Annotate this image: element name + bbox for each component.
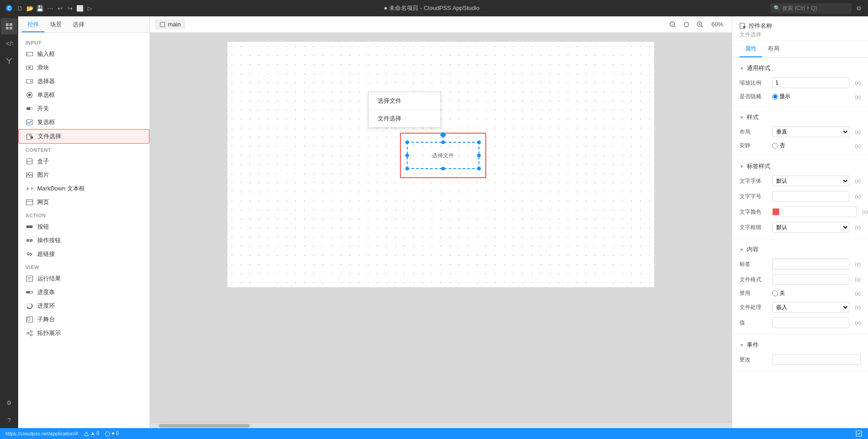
font-weight-select[interactable]: 默认 <box>772 222 849 233</box>
right-tab-properties[interactable]: 属性 <box>740 41 762 57</box>
canvas-surface[interactable]: 选择文件 文件选择 选 <box>227 42 654 287</box>
handle-diamond[interactable] <box>440 132 446 138</box>
handle-ml[interactable] <box>405 154 409 157</box>
font-family-x[interactable]: (x) <box>855 178 861 184</box>
component-selector[interactable]: 选择器 <box>18 75 149 88</box>
new-file-icon[interactable]: 🗋 <box>16 5 24 12</box>
component-markdown[interactable]: # MD MarkDown 文本框 <box>18 182 149 195</box>
sidebar-nav-code[interactable]: </> <box>1 35 17 52</box>
font-color-value[interactable] <box>772 206 857 217</box>
handle-bc[interactable] <box>441 167 445 170</box>
tag-input[interactable] <box>772 259 849 269</box>
tab-scenes[interactable]: 场景 <box>44 18 67 32</box>
run-icon[interactable]: ▷ <box>86 5 94 12</box>
layout-select[interactable]: 垂直 水平 <box>772 126 849 137</box>
component-run-result[interactable]: 运行结果 <box>18 272 149 285</box>
section-label-style-header[interactable]: ▼ 标签样式 <box>732 160 868 173</box>
value-input[interactable] <box>772 317 849 328</box>
file-icons[interactable]: 🗋 📂 💾 ⋯ ↩ ↪ ⬜ ▷ <box>16 5 94 12</box>
component-radio[interactable]: 单选框 <box>18 88 149 102</box>
layout-value: 垂直 水平 <box>772 126 849 137</box>
font-color-input[interactable] <box>782 206 857 217</box>
component-button[interactable]: 按钮 <box>18 220 149 234</box>
scale-ratio-x[interactable]: (x) <box>855 80 861 85</box>
font-weight-x[interactable]: (x) <box>855 224 861 230</box>
value-x[interactable]: (x) <box>855 320 861 325</box>
zoom-out-button[interactable] <box>667 19 678 30</box>
status-right-icon[interactable] <box>855 430 863 437</box>
dropdown-item-file-select[interactable]: 文件选择 <box>369 110 440 127</box>
handle-tc[interactable] <box>441 140 445 144</box>
section-events-header[interactable]: ▼ 事件 <box>732 338 868 352</box>
preview-icon[interactable]: ⬜ <box>76 5 84 12</box>
canvas-wrapper[interactable]: 选择文件 文件选择 选 <box>150 33 732 423</box>
tab-select[interactable]: 选择 <box>67 18 90 32</box>
scale-ratio-input[interactable] <box>772 77 849 88</box>
component-input-box[interactable]: 输入框 <box>18 47 149 61</box>
component-image[interactable]: 图片 <box>18 168 149 182</box>
zoom-reset-button[interactable] <box>681 19 692 30</box>
sidebar-nav-settings[interactable]: ⚙ <box>1 394 17 411</box>
canvas-hscroll[interactable] <box>150 423 732 428</box>
settings-icon[interactable]: ⚙ <box>855 5 863 12</box>
file-handling-x[interactable]: (x) <box>855 304 861 310</box>
component-slider[interactable]: 滑块 <box>18 61 149 75</box>
component-file-chooser[interactable]: 文件选择 <box>18 129 149 144</box>
section-style-header[interactable]: ▼ 样式 <box>732 110 868 124</box>
radio-no-input[interactable] <box>772 143 778 149</box>
save-icon[interactable]: 💾 <box>36 5 44 12</box>
file-format-x[interactable]: (x) <box>855 277 861 282</box>
handle-mr[interactable] <box>477 154 481 157</box>
font-size-input[interactable] <box>772 191 849 202</box>
undo-icon[interactable]: ↩ <box>56 5 64 12</box>
component-webpage[interactable]: 网页 <box>18 195 149 209</box>
component-hyperlink[interactable]: 超链接 <box>18 247 149 261</box>
right-tab-layout[interactable]: 布局 <box>762 41 785 57</box>
hscroll-thumb[interactable] <box>159 424 250 428</box>
file-selector-widget[interactable]: 选择文件 <box>400 133 486 178</box>
component-switch[interactable]: 开关 <box>18 102 149 115</box>
color-swatch[interactable] <box>772 208 779 215</box>
component-sub-stage[interactable]: 子舞台 <box>18 313 149 326</box>
more-icon[interactable]: ⋯ <box>46 5 54 12</box>
handle-tl[interactable] <box>405 140 409 144</box>
component-expand[interactable]: 拓扑展示 <box>18 326 149 340</box>
file-format-input[interactable] <box>772 274 849 285</box>
section-content-header[interactable]: ▼ 内容 <box>732 243 868 256</box>
section-style: ▼ 样式 布局 垂直 水平 (x) 安静 否 <box>732 107 868 156</box>
radio-off[interactable]: 关 <box>772 289 785 297</box>
change-input[interactable] <box>772 354 861 365</box>
hidden-x[interactable]: (x) <box>855 94 861 100</box>
sidebar-nav-home[interactable] <box>1 18 17 35</box>
handle-br[interactable] <box>477 167 481 170</box>
radio-show-input[interactable] <box>772 94 778 100</box>
canvas-tab-main[interactable]: main <box>155 19 185 30</box>
section-common-style-header[interactable]: ▼ 通用样式 <box>732 61 868 75</box>
handle-tr[interactable] <box>477 140 481 144</box>
font-family-select[interactable]: 默认 <box>772 175 849 186</box>
zoom-in-button[interactable] <box>695 19 705 30</box>
component-progress-bar[interactable]: 进度条 <box>18 285 149 299</box>
font-color-x[interactable]: (x) <box>862 209 868 215</box>
sidebar-nav-scissors[interactable] <box>1 53 17 69</box>
redo-icon[interactable]: ↪ <box>66 5 74 12</box>
quiet-x[interactable]: (x) <box>855 143 861 149</box>
layout-x[interactable]: (x) <box>855 129 861 135</box>
tag-x[interactable]: (x) <box>855 261 861 267</box>
open-file-icon[interactable]: 📂 <box>26 5 34 12</box>
radio-no[interactable]: 否 <box>772 142 785 150</box>
component-checkbox[interactable]: 复选框 <box>18 115 149 129</box>
tab-controls[interactable]: 控件 <box>22 18 44 32</box>
handle-bl[interactable] <box>405 167 409 170</box>
component-progress-ring[interactable]: 进度环 <box>18 299 149 313</box>
dropdown-item-choose-file[interactable]: 选择文件 <box>369 92 440 110</box>
radio-off-input[interactable] <box>772 290 778 296</box>
component-box[interactable]: 盒子 <box>18 155 149 168</box>
component-action-btn[interactable]: 操作按钮 <box>18 234 149 247</box>
sidebar-nav-help[interactable]: ? <box>1 412 17 428</box>
file-handling-select[interactable]: 嵌入 引用 <box>772 302 849 313</box>
disabled-x[interactable]: (x) <box>855 291 861 296</box>
font-size-x[interactable]: (x) <box>855 194 861 199</box>
radio-show[interactable]: 显示 <box>772 93 790 100</box>
search-bar[interactable]: 🔍 搜索 (Ctrl + Q) <box>770 3 852 14</box>
